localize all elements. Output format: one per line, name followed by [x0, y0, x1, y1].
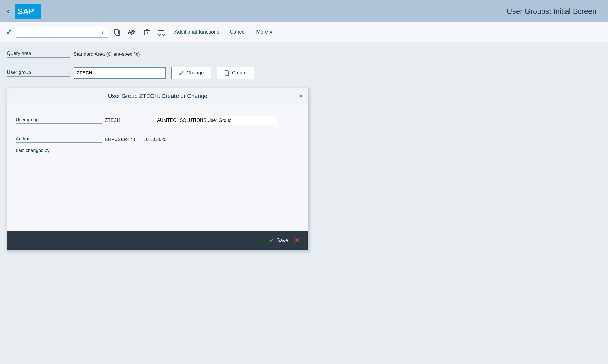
copy-button[interactable]	[111, 27, 123, 38]
create-btn-label: Create	[232, 70, 247, 76]
toolbar: ✓ ∨ AB Additiona	[0, 22, 608, 42]
svg-rect-15	[225, 71, 228, 75]
dialog-user-group-static: ZTECH	[105, 118, 151, 123]
change-btn-label: Change	[187, 70, 204, 76]
svg-rect-6	[145, 30, 149, 35]
confirm-button[interactable]: ✓	[6, 27, 12, 37]
save-label: Save	[277, 238, 288, 244]
user-group-row: User group Change Create	[7, 67, 601, 79]
query-area-label: Query area	[7, 51, 70, 58]
dialog-author-row: Author EHPUSER478 10.10.2020	[16, 136, 166, 143]
rename-button[interactable]: AB	[126, 27, 138, 38]
svg-rect-4	[114, 30, 118, 34]
dialog-body: User group ZTECH Author EHPUSER478 10.10…	[7, 104, 308, 231]
query-area-row: Query area Standard Area (Client-specifi…	[7, 51, 601, 58]
back-button[interactable]: ‹	[7, 7, 9, 16]
save-check-icon: ✓	[269, 237, 274, 244]
dialog-user-group-input[interactable]	[154, 116, 277, 125]
dropdown-arrow-icon: ∨	[101, 30, 104, 34]
user-group-input[interactable]	[74, 67, 166, 79]
header-bar: ‹ SAP User Groups: Initial Screen	[0, 0, 608, 22]
create-icon	[224, 70, 230, 76]
more-label: More	[256, 29, 268, 35]
create-button[interactable]: Create	[217, 67, 254, 79]
main-content: Query area Standard Area (Client-specifi…	[0, 42, 608, 259]
dialog-author-section: Author EHPUSER478 10.10.2020 Last change…	[16, 136, 300, 154]
more-chevron-icon: ∨	[269, 29, 273, 35]
dialog-author-date: 10.10.2020	[143, 137, 166, 142]
dialog-author-label: Author	[16, 136, 102, 143]
more-button[interactable]: More ∨	[253, 27, 276, 37]
dialog-box: ≡ User Group ZTECH: Create or Change × U…	[7, 88, 309, 251]
dialog-user-group-row: User group ZTECH	[16, 116, 300, 125]
dialog-cancel-button[interactable]: ✕	[294, 236, 300, 244]
dialog-title: User Group ZTECH: Create or Change	[108, 93, 208, 99]
user-group-label: User group	[7, 70, 70, 77]
delete-button[interactable]	[141, 27, 153, 38]
query-area-value: Standard Area (Client-specific)	[74, 51, 140, 57]
svg-rect-11	[158, 31, 164, 34]
dialog-header: ≡ User Group ZTECH: Create or Change ×	[7, 88, 308, 104]
dialog-last-changed-label: Last changed by	[16, 148, 102, 154]
additional-functions-button[interactable]: Additional functions	[171, 27, 223, 37]
svg-text:SAP: SAP	[18, 7, 34, 16]
cancel-button[interactable]: Cancel	[226, 27, 249, 37]
change-button[interactable]: Change	[171, 67, 211, 79]
sap-logo: SAP	[15, 4, 41, 19]
page-title: User Groups: Initial Screen	[507, 7, 597, 16]
transaction-dropdown[interactable]: ∨	[16, 27, 108, 38]
save-button[interactable]: ✓ Save	[269, 237, 288, 244]
change-icon	[179, 70, 184, 76]
dialog-menu-icon[interactable]: ≡	[13, 92, 17, 100]
dialog-user-group-label: User group	[16, 117, 102, 124]
dialog-footer: ✓ Save ✕	[7, 231, 308, 250]
transport-button[interactable]	[156, 27, 168, 38]
dialog-overlay: ≡ User Group ZTECH: Create or Change × U…	[7, 88, 601, 251]
dialog-author-value: EHPUSER478	[105, 137, 135, 142]
dialog-close-button[interactable]: ×	[299, 92, 303, 100]
dialog-last-changed-row: Last changed by	[16, 148, 102, 154]
